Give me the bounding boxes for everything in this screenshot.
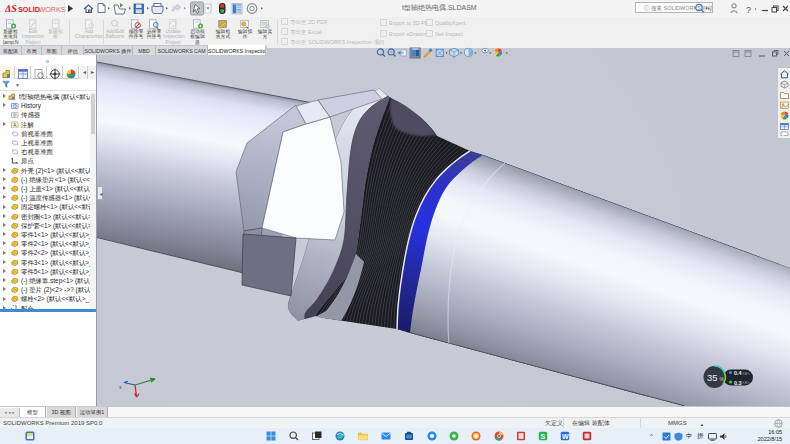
svg-text:WORKS: WORKS — [39, 5, 66, 14]
svg-text:KB/s: KB/s — [743, 372, 751, 376]
svg-text:KB/s: KB/s — [743, 381, 751, 385]
svg-text:W: W — [562, 433, 569, 440]
svg-text:0.3: 0.3 — [734, 380, 742, 386]
svg-text:S: S — [541, 433, 546, 440]
svg-text:ΔS: ΔS — [5, 3, 17, 14]
svg-text:SOLID: SOLID — [18, 5, 40, 14]
svg-text:A: A — [13, 121, 17, 127]
svg-text:%: % — [720, 376, 725, 382]
svg-text:x: x — [119, 384, 122, 390]
svg-text:?: ? — [746, 5, 751, 15]
svg-text:0.4: 0.4 — [734, 370, 743, 376]
svg-text:35: 35 — [707, 372, 718, 383]
